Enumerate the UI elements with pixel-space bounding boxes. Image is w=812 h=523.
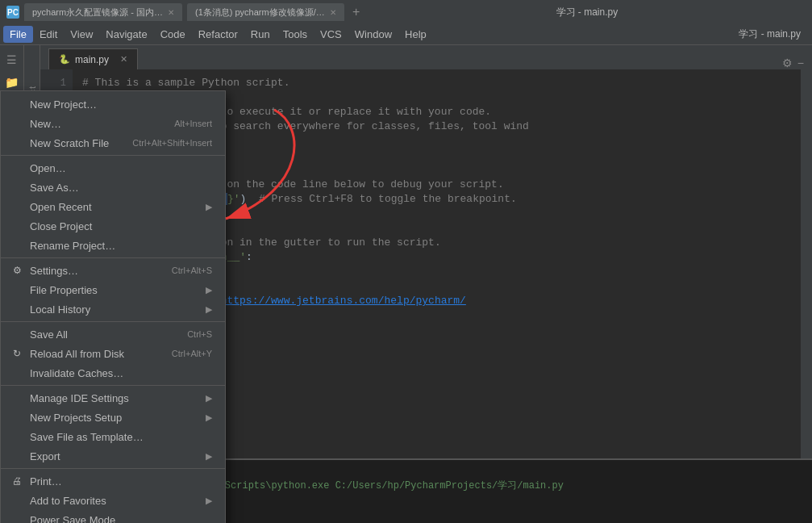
new-tab-button[interactable]: + [349,5,364,19]
print-icon: 🖨 [10,475,23,487]
main-area: ☰ 📁 ▶ ■ 📄 ⚙ ≡ Project 🐍 main.py ✕ ⚙ − 12 [0,45,812,458]
save-all-shortcut: Ctrl+S [187,329,212,339]
file-menu-panel: New Project… New… Alt+Insert New Scratch… [0,90,226,523]
browser-tab-2[interactable]: (1条消息) pycharm修改镜像源/… ✕ [187,3,344,21]
menu-refactor[interactable]: Refactor [192,26,244,43]
divider-3 [1,321,225,322]
menu-tools[interactable]: Tools [277,26,314,43]
reload-shortcut: Ctrl+Alt+Y [172,349,212,358]
invalidate-icon [10,366,23,379]
close-project-icon [10,220,23,232]
reload-icon: ↻ [10,347,23,360]
menubar: File Edit View Navigate Code Refactor Ru… [0,24,812,45]
browser-tab-2-close[interactable]: ✕ [330,8,336,17]
app-icon: PC [6,6,19,19]
new-projects-setup-icon [10,411,23,424]
editor-tab-main[interactable]: 🐍 main.py ✕ [48,48,138,69]
menu-window[interactable]: Window [348,26,398,43]
tab-minimize-icon[interactable]: − [797,56,804,69]
menu-item-reload[interactable]: ↻ Reload All from Disk Ctrl+Alt+Y [1,344,225,363]
menu-file[interactable]: File [3,26,33,43]
menu-vcs[interactable]: VCS [314,26,348,43]
manage-ide-arrow: ▶ [206,393,212,404]
menu-item-open-recent[interactable]: Open Recent ▶ [1,197,225,216]
menu-item-new-project[interactable]: New Project… [1,94,225,114]
menu-right-label: 学习 - main.py [739,27,809,41]
file-props-icon [10,283,23,296]
menu-item-new-projects-setup[interactable]: New Projects Setup ▶ [1,408,225,427]
power-save-icon [10,513,23,523]
divider-1 [1,155,225,156]
divider-2 [1,257,225,258]
menu-item-export[interactable]: Export ▶ [1,446,225,466]
menu-item-add-favorites[interactable]: Add to Favorites ▶ [1,491,225,510]
new-scratch-icon [10,136,23,149]
sidebar-icon-2[interactable]: 📁 [2,73,22,92]
save-as-label: Save As… [30,182,212,194]
menu-help[interactable]: Help [398,26,433,43]
save-template-label: Save File as Template… [30,431,212,443]
new-shortcut: Alt+Insert [174,119,212,128]
reload-label: Reload All from Disk [30,348,165,360]
menu-item-save-template[interactable]: Save File as Template… [1,427,225,446]
editor-tab-close[interactable]: ✕ [120,54,127,65]
open-label: Open… [30,162,212,174]
menu-item-rename-project[interactable]: Rename Project… [1,236,225,255]
settings-shortcut: Ctrl+Alt+S [172,266,212,275]
menu-code[interactable]: Code [154,26,192,43]
save-all-label: Save All [30,328,181,341]
browser-tab-1[interactable]: pycharm永久配置镜像源 - 国内… ✕ [24,3,182,21]
add-favorites-label: Add to Favorites [30,495,199,507]
menu-item-new[interactable]: New… Alt+Insert [1,114,225,133]
menu-view[interactable]: View [64,26,99,43]
sidebar-icon-1[interactable]: ☰ [2,50,22,69]
local-history-arrow: ▶ [206,304,212,315]
menu-item-print[interactable]: 🖨 Print… [1,471,225,491]
open-icon [10,161,23,174]
invalidate-label: Invalidate Caches… [30,367,212,379]
menu-item-invalidate[interactable]: Invalidate Caches… [1,363,225,383]
save-as-icon [10,181,23,194]
python-file-icon: 🐍 [59,54,70,65]
browser-tab-2-label: (1条消息) pycharm修改镜像源/… [195,6,325,19]
favorites-icon [10,494,23,507]
browser-tab-1-label: pycharm永久配置镜像源 - 国内… [32,6,163,19]
browser-tab-1-close[interactable]: ✕ [168,8,174,17]
close-project-label: Close Project [30,220,212,232]
code-line-1: # This is a sample Python script. [82,76,791,90]
open-recent-icon [10,200,23,213]
menu-edit[interactable]: Edit [33,26,64,43]
menu-item-manage-ide[interactable]: Manage IDE Settings ▶ [1,388,225,408]
menu-item-settings[interactable]: ⚙ Settings… Ctrl+Alt+S [1,261,225,280]
menu-item-close-project[interactable]: Close Project [1,216,225,236]
file-props-arrow: ▶ [206,285,212,295]
print-label: Print… [30,475,212,487]
file-props-label: File Properties [30,284,199,296]
settings-icon: ⚙ [10,264,23,277]
manage-ide-icon [10,391,23,404]
export-label: Export [30,450,199,462]
menu-item-local-history[interactable]: Local History ▶ [1,299,225,319]
menu-item-save-as[interactable]: Save As… [1,178,225,197]
rename-icon [10,239,23,252]
manage-ide-label: Manage IDE Settings [30,392,199,404]
menu-item-power-save[interactable]: Power Save Mode [1,510,225,523]
rename-label: Rename Project… [30,240,212,252]
new-scratch-shortcut: Ctrl+Alt+Shift+Insert [132,138,212,148]
menu-navigate[interactable]: Navigate [99,26,153,43]
editor-tabs: 🐍 main.py ✕ ⚙ − [40,45,812,69]
new-project-label: New Project… [30,98,212,111]
menu-item-new-scratch[interactable]: New Scratch File Ctrl+Alt+Shift+Insert [1,133,225,153]
editor-scrollbar[interactable] [801,69,812,458]
menu-item-file-properties[interactable]: File Properties ▶ [1,280,225,299]
tab-settings-icon[interactable]: ⚙ [782,56,793,69]
new-project-icon [10,98,23,111]
menu-item-open[interactable]: Open… [1,158,225,178]
settings-label: Settings… [30,265,165,277]
new-label: New… [30,118,168,130]
power-save-label: Power Save Mode [30,514,212,524]
editor-tab-controls: ⚙ − [782,56,812,69]
menu-item-save-all[interactable]: Save All Ctrl+S [1,324,225,344]
add-favorites-arrow: ▶ [206,496,212,506]
menu-run[interactable]: Run [244,26,277,43]
